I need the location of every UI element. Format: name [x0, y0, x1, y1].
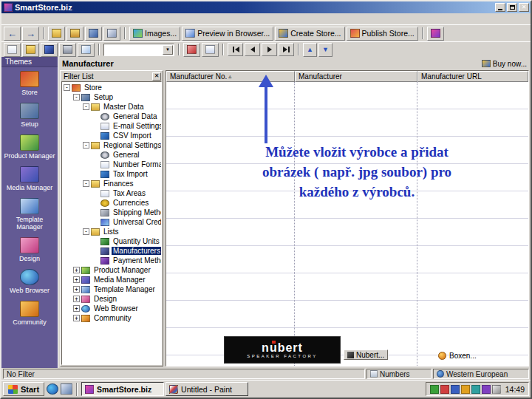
- column-header[interactable]: Manufacturer URL: [417, 71, 528, 82]
- tree-item[interactable]: General Data: [62, 112, 161, 121]
- tray-icon[interactable]: [451, 385, 460, 394]
- expand-toggle[interactable]: -: [64, 84, 70, 91]
- move-down-button[interactable]: ▼: [318, 43, 332, 57]
- expand-toggle[interactable]: -: [83, 228, 89, 235]
- menu-item[interactable]: [44, 18, 55, 20]
- tree-item[interactable]: - Store: [62, 83, 161, 92]
- filter-combobox[interactable]: ▼: [103, 44, 174, 56]
- tree-item[interactable]: + Community: [62, 313, 161, 323]
- menu-item[interactable]: [24, 18, 34, 20]
- menu-item[interactable]: [3, 18, 13, 20]
- taskbar-task-button[interactable]: SmartStore.biz: [81, 382, 164, 396]
- taskbar-task-button[interactable]: Untitled - Paint: [166, 382, 248, 396]
- next-record-button[interactable]: [262, 43, 277, 56]
- move-up-button[interactable]: ▲: [303, 43, 317, 57]
- toolbar-button[interactable]: [66, 27, 83, 41]
- toolbar-button[interactable]: [48, 27, 65, 41]
- sidebar-item[interactable]: Product Manager: [1, 131, 58, 163]
- tree-item[interactable]: Universal Credit Card Disco: [62, 217, 161, 227]
- tree-item[interactable]: Payment Methods: [62, 256, 161, 265]
- forward-button[interactable]: →: [22, 27, 39, 41]
- quicklaunch-browser-icon[interactable]: [47, 383, 58, 395]
- menu-item[interactable]: [13, 18, 24, 20]
- toolbar-button[interactable]: [59, 43, 76, 57]
- close-button[interactable]: ✕: [519, 3, 529, 12]
- expand-toggle[interactable]: +: [73, 267, 80, 273]
- first-record-button[interactable]: [228, 43, 243, 56]
- expand-toggle[interactable]: -: [73, 94, 80, 100]
- sidebar-item[interactable]: Design: [1, 233, 58, 265]
- expand-toggle[interactable]: +: [73, 315, 80, 321]
- manufacturer-logo-image[interactable]: nubert SPEAKER FACTORY: [224, 336, 341, 364]
- combobox-dropdown-icon[interactable]: ▼: [163, 45, 173, 55]
- tree-item[interactable]: Shipping Methods: [62, 208, 161, 217]
- manufacturer-cell-button[interactable]: Nubert...: [344, 349, 388, 360]
- tree-item[interactable]: + Product Manager: [62, 265, 161, 275]
- toolbar-button[interactable]: [78, 43, 95, 57]
- last-record-button[interactable]: [279, 43, 294, 56]
- previous-record-button[interactable]: [245, 43, 260, 56]
- tree-item[interactable]: - Setup: [62, 92, 161, 102]
- toolbar-button[interactable]: [41, 43, 58, 57]
- filter-combobox-input[interactable]: [104, 45, 163, 55]
- tray-icon[interactable]: [430, 385, 439, 394]
- tree-item[interactable]: Tax Import: [62, 169, 161, 179]
- sidebar-item[interactable]: Community: [1, 297, 58, 329]
- close-filter-panel-button[interactable]: ✕: [152, 72, 161, 81]
- tree-item[interactable]: + Web Browser: [62, 304, 161, 313]
- expand-toggle[interactable]: -: [83, 142, 89, 149]
- buy-now-button[interactable]: Buy now...: [482, 60, 527, 68]
- tree-item[interactable]: - Lists: [62, 227, 161, 236]
- tree-item[interactable]: - Finances: [62, 179, 161, 188]
- tree-item[interactable]: Tax Areas: [62, 188, 161, 198]
- toolbar-button[interactable]: [183, 43, 200, 57]
- toolbar-button[interactable]: Preview in Browser...: [182, 27, 273, 41]
- tree-item[interactable]: + Template Manager: [62, 284, 161, 294]
- sidebar-item[interactable]: Template Manager: [1, 194, 58, 233]
- tray-icon[interactable]: [492, 385, 501, 394]
- tray-icon[interactable]: [461, 385, 470, 394]
- tree-item[interactable]: + Media Manager: [62, 275, 161, 284]
- tree-item[interactable]: + Design: [62, 294, 161, 304]
- menu-item[interactable]: [55, 18, 65, 20]
- tree-item[interactable]: Number Formats: [62, 160, 161, 169]
- expand-toggle[interactable]: -: [83, 103, 89, 110]
- sidebar-item[interactable]: Web Browser: [1, 265, 58, 297]
- tray-icon[interactable]: [471, 385, 480, 394]
- back-button[interactable]: ←: [4, 27, 21, 41]
- tree-item[interactable]: Manufacturers: [62, 246, 161, 256]
- toolbar-button[interactable]: [4, 43, 21, 57]
- expand-toggle[interactable]: -: [83, 180, 89, 187]
- expand-toggle[interactable]: +: [73, 305, 80, 312]
- sidebar-item[interactable]: Store: [1, 67, 58, 99]
- toolbar-button[interactable]: [85, 27, 102, 41]
- tree-item[interactable]: Quantity Units: [62, 236, 161, 246]
- toolbar-button[interactable]: Images...: [129, 27, 180, 41]
- tree-item[interactable]: General: [62, 150, 161, 160]
- restore-button[interactable]: [507, 3, 517, 12]
- toolbar-button[interactable]: [202, 43, 219, 57]
- expand-toggle[interactable]: +: [73, 276, 80, 283]
- quicklaunch-desktop-icon[interactable]: [61, 383, 72, 395]
- tree-item[interactable]: CSV Import: [62, 131, 161, 140]
- tray-icon[interactable]: [440, 385, 449, 394]
- manufacturer-url-cell[interactable]: Boxen...: [438, 352, 477, 360]
- column-header[interactable]: Manufacturer: [295, 71, 417, 82]
- tray-icon[interactable]: [482, 385, 491, 394]
- grid-body[interactable]: nubert SPEAKER FACTORY Nubert... Boxen..…: [166, 82, 528, 366]
- sidebar-group-themes[interactable]: Themes: [1, 57, 58, 67]
- smartstore-logo-button[interactable]: [427, 27, 444, 41]
- titlebar[interactable]: SmartStore.biz ✕: [1, 1, 531, 13]
- tree-item[interactable]: Currencies: [62, 198, 161, 208]
- sidebar-item[interactable]: Setup: [1, 99, 58, 131]
- toolbar-button[interactable]: [22, 43, 39, 57]
- start-button[interactable]: Start: [3, 382, 44, 396]
- toolbar-button[interactable]: Publish Store...: [347, 27, 418, 41]
- column-header[interactable]: Manufacturer No. ▵: [166, 71, 295, 82]
- tree-item[interactable]: E-mail Settings: [62, 121, 161, 131]
- tree-item[interactable]: - Regional Settings: [62, 140, 161, 150]
- menu-item[interactable]: [34, 18, 44, 20]
- toolbar-button[interactable]: Create Store...: [275, 27, 344, 41]
- expand-toggle[interactable]: +: [73, 286, 80, 293]
- minimize-button[interactable]: [495, 3, 505, 12]
